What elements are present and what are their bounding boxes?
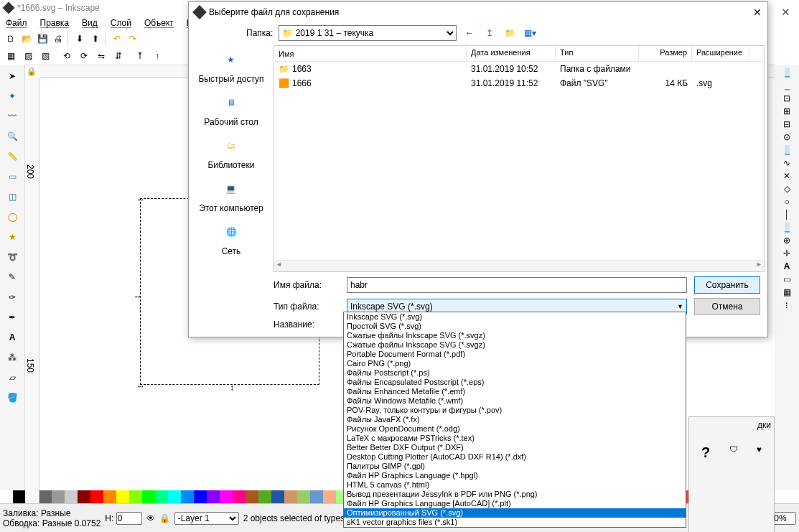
sel-invert-icon[interactable]: ▨ (22, 50, 34, 62)
snap-other-icon[interactable]: ⎯ (785, 223, 790, 233)
export-icon[interactable]: ⬆ (89, 32, 102, 45)
snap-page-icon[interactable]: ▭ (783, 274, 791, 284)
shield-off-icon[interactable]: 🛡 (729, 444, 738, 461)
dialog-titlebar[interactable]: Выберите файл для сохранения ✕ (189, 2, 767, 22)
rotate-cw-icon[interactable]: ⟳ (78, 50, 90, 62)
save-button[interactable]: Сохранить (694, 276, 760, 294)
filetype-option[interactable]: sK1 vector graphics files (*.sk1) (344, 518, 686, 527)
help-icon[interactable]: ? (701, 444, 710, 461)
swatch[interactable] (258, 490, 271, 503)
layer-visible-icon[interactable]: 👁 (146, 513, 155, 523)
sel-none-icon[interactable]: ▧ (39, 50, 52, 62)
up-icon[interactable]: ↥ (482, 26, 497, 40)
swatch[interactable] (168, 490, 181, 503)
measure-tool-icon[interactable]: 📏 (4, 148, 21, 165)
snap-bbox-icon[interactable]: ⎯ (785, 80, 790, 90)
swatch[interactable] (297, 490, 310, 503)
text-tool-icon[interactable]: A (4, 329, 21, 346)
calligraphy-tool-icon[interactable]: ✒ (4, 309, 21, 326)
file-list[interactable]: Имя Дата изменения Тип Размер Расширение… (274, 45, 765, 272)
filetype-option[interactable]: Сжатые файлы Inkscape SVG (*.svgz) (344, 340, 686, 350)
snap-grid-icon[interactable]: ▦ (783, 287, 791, 297)
swatch[interactable] (246, 490, 258, 503)
swatch[interactable] (39, 490, 52, 503)
paint-bucket-icon[interactable]: 🪣 (4, 389, 21, 406)
menu-file[interactable]: Файл (6, 18, 27, 28)
flip-h-icon[interactable]: ⇋ (95, 50, 108, 62)
filetype-option[interactable]: Файл HP Graphics Language (*.hpgl) (344, 471, 686, 480)
open-icon[interactable]: 📂 (20, 32, 33, 45)
filetype-option[interactable]: Рисунок OpenDocument (*.odg) (344, 424, 686, 434)
snap-smooth-icon[interactable]: ○ (784, 197, 789, 207)
raise-top-icon[interactable]: ⤒ (134, 50, 146, 62)
swatch[interactable] (116, 490, 129, 503)
folder-select[interactable]: 📁 2019 1 31 – текучка (279, 25, 457, 41)
node-tool-icon[interactable]: ✦ (4, 88, 21, 105)
swatch[interactable] (129, 490, 142, 503)
swatch[interactable] (0, 490, 13, 503)
swatch[interactable] (52, 490, 65, 503)
app-close-icon[interactable]: ✕ (781, 6, 790, 19)
selector-tool-icon[interactable]: ➤ (4, 67, 21, 85)
menu-object[interactable]: Объект (144, 18, 174, 28)
bezier-tool-icon[interactable]: ✑ (4, 289, 21, 306)
snap-midpoint-icon[interactable]: ⊟ (783, 119, 790, 129)
snap-center-icon[interactable]: ⊙ (783, 132, 790, 142)
filetype-option[interactable]: Файлы Postscript (*.ps) (344, 368, 686, 378)
import-icon[interactable]: ⬇ (73, 32, 86, 45)
snap-text-icon[interactable]: A (784, 261, 790, 271)
swatch[interactable] (13, 490, 26, 503)
swatch[interactable] (142, 490, 155, 503)
heart-icon[interactable]: ♥ (757, 444, 762, 461)
handle-sw-icon[interactable]: ↔ (136, 381, 144, 388)
handle-s-icon[interactable]: ↕ (230, 383, 237, 390)
spray-tool-icon[interactable]: ⁂ (4, 349, 21, 366)
new-icon[interactable]: 🗋 (4, 32, 17, 45)
handle-w-icon[interactable]: ↔ (134, 291, 141, 299)
place-desktop[interactable]: 🖥Рабочий стол (204, 90, 258, 127)
snap-guide-icon[interactable]: ⫶ (785, 300, 789, 310)
snap-rotation-icon[interactable]: ✛ (783, 248, 790, 258)
snap-intersect-icon[interactable]: ✕ (783, 171, 790, 181)
snap-cusp-icon[interactable]: ◇ (784, 184, 790, 194)
filetype-option[interactable]: Файлы Encapsulated Postscript (*.eps) (344, 378, 686, 387)
redo-icon[interactable]: ↷ (126, 32, 139, 45)
file-row[interactable]: 📁 166331.01.2019 10:52Папка с файлами (274, 62, 764, 76)
place-quick-access[interactable]: ★Быстрый доступ (198, 47, 263, 84)
swatch[interactable] (103, 490, 116, 503)
filetype-option[interactable]: Cairo PNG (*.png) (344, 359, 686, 368)
sel-all-icon[interactable]: ▦ (4, 50, 17, 62)
filetype-option[interactable]: Desktop Cutting Plotter (AutoCAD DXF R14… (344, 452, 686, 462)
handle-nw-icon[interactable]: ↔ (136, 195, 144, 202)
save-icon[interactable]: 💾 (36, 32, 49, 45)
filetype-option[interactable]: Better Better DXF Output (*.DXF) (344, 443, 686, 452)
menu-view[interactable]: Вид (82, 18, 98, 28)
snap-corner-icon[interactable]: ⊞ (783, 106, 790, 116)
eraser-tool-icon[interactable]: ▱ (4, 369, 21, 386)
snap-path-icon[interactable]: ∿ (783, 158, 790, 168)
ellipse-tool-icon[interactable]: ◯ (4, 208, 21, 225)
filename-input[interactable] (347, 277, 687, 293)
star-tool-icon[interactable]: ★ (4, 228, 21, 246)
filetype-option[interactable]: Палитры GIMP (*.gpl) (344, 462, 686, 471)
opacity-input[interactable] (116, 512, 142, 525)
filetype-option[interactable]: Inkscape SVG (*.svg) (344, 312, 686, 322)
print-icon[interactable]: 🖨 (52, 32, 65, 45)
layer-select[interactable]: -Layer 1 (174, 512, 239, 525)
filetype-option[interactable]: POV-Ray, только контуры и фигуры (*.pov) (344, 406, 686, 415)
swatch[interactable] (233, 490, 246, 503)
filetype-option[interactable]: Файлы Enhanced Metafile (*.emf) (344, 387, 686, 396)
filetype-option[interactable]: Portable Document Format (*.pdf) (344, 350, 686, 359)
filetype-option[interactable]: Файлы Windows Metafile (*.wmf) (344, 396, 686, 406)
place-this-pc[interactable]: 💻Этот компьютер (199, 176, 263, 213)
swatch[interactable] (323, 490, 336, 503)
file-row[interactable]: 🟧 166631.01.2019 11:52Файл "SVG"14 КБ.sv… (274, 76, 764, 90)
filetype-option[interactable]: Вывод презентации JessyInk в PDF или PNG… (344, 490, 686, 499)
lock-icon[interactable]: 🔒 (27, 67, 37, 76)
rotate-ccw-icon[interactable]: ⟲ (60, 50, 73, 62)
filetype-option[interactable]: Оптимизированный SVG (*.svg) (344, 508, 686, 518)
snap-line-icon[interactable]: │ (784, 210, 790, 220)
swatch[interactable] (155, 490, 168, 503)
filetype-option[interactable]: LaTeX с макросами PSTricks (*.tex) (344, 434, 686, 443)
back-icon[interactable]: ← (462, 26, 477, 40)
